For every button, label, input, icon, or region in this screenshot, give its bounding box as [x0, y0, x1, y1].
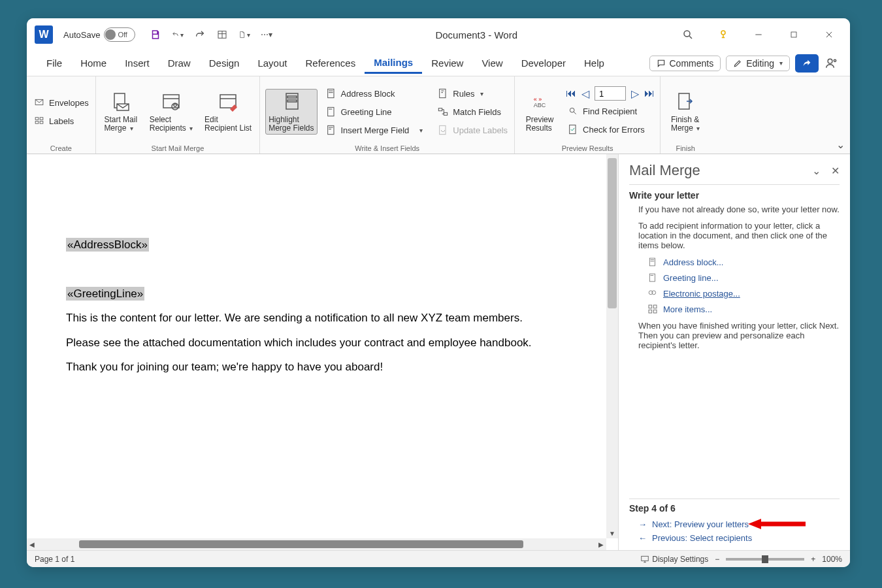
- greeting-line-button[interactable]: Greeting Line: [324, 104, 425, 120]
- maximize-button[interactable]: [786, 27, 802, 42]
- svg-rect-46: [649, 258, 655, 266]
- editing-mode-button[interactable]: Editing ▾: [726, 56, 790, 71]
- document-viewport[interactable]: «AddressBlock» «GreetingLine» This is th…: [27, 154, 606, 538]
- account-icon[interactable]: [824, 56, 840, 71]
- zoom-level[interactable]: 100%: [822, 555, 842, 564]
- tab-developer[interactable]: Developer: [512, 54, 575, 73]
- update-icon: [437, 124, 449, 136]
- tab-mailings[interactable]: Mailings: [365, 53, 422, 74]
- more-commands-icon[interactable]: ⋯▾: [261, 29, 272, 41]
- greeting-line-field[interactable]: «GreetingLine»: [66, 287, 144, 301]
- svg-point-3: [684, 31, 690, 37]
- check-icon: [567, 123, 579, 135]
- autosave-toggle[interactable]: Off: [104, 27, 135, 42]
- redo-icon[interactable]: [194, 29, 206, 41]
- status-bar: Page 1 of 1 Display Settings − + 100%: [27, 550, 850, 567]
- vertical-scrollbar[interactable]: ▲ ▼: [606, 154, 618, 538]
- tab-view[interactable]: View: [472, 54, 512, 73]
- link-address-block[interactable]: Address block...: [647, 257, 840, 267]
- save-icon[interactable]: [150, 29, 161, 41]
- svg-rect-33: [327, 107, 333, 116]
- svg-rect-49: [649, 274, 655, 282]
- link-greeting-line[interactable]: Greeting line...: [647, 272, 840, 283]
- first-record-button[interactable]: ⏮: [566, 88, 576, 99]
- zoom-in-button[interactable]: +: [811, 555, 815, 564]
- comments-button[interactable]: Comments: [649, 56, 721, 71]
- display-settings-button[interactable]: Display Settings: [640, 555, 708, 564]
- zoom-out-button[interactable]: −: [715, 555, 719, 564]
- find-recipient-button[interactable]: Find Recipient: [566, 103, 655, 119]
- svg-rect-30: [327, 89, 333, 97]
- tab-layout[interactable]: Layout: [248, 54, 296, 73]
- link-electronic-postage[interactable]: Electronic postage...: [647, 288, 840, 299]
- paragraph-2[interactable]: Please see the attached documentation wh…: [66, 331, 570, 355]
- document-icon[interactable]: ▾: [238, 29, 250, 41]
- page-icon: [647, 272, 658, 283]
- previous-step-link[interactable]: ← Previous: Select recipients: [629, 531, 840, 545]
- tab-help[interactable]: Help: [575, 54, 613, 73]
- annotation-arrow: [748, 517, 807, 531]
- last-record-button[interactable]: ⏭: [644, 88, 655, 99]
- envelope-icon: [33, 97, 45, 108]
- close-button[interactable]: [821, 27, 837, 42]
- search-icon[interactable]: [680, 27, 696, 42]
- zoom-slider[interactable]: [726, 558, 804, 561]
- document-page[interactable]: «AddressBlock» «GreetingLine» This is th…: [27, 154, 606, 538]
- address-block-button[interactable]: Address Block: [324, 86, 425, 101]
- select-recipients-button[interactable]: SelectRecipients ▾: [147, 90, 195, 134]
- svg-point-5: [721, 31, 725, 35]
- label-grid-icon: [33, 115, 45, 127]
- tab-references[interactable]: References: [296, 54, 365, 73]
- check-errors-button[interactable]: Check for Errors: [566, 122, 655, 137]
- rules-button[interactable]: Rules▾: [436, 86, 509, 101]
- tab-review[interactable]: Review: [422, 54, 472, 73]
- taskpane-dropdown-icon[interactable]: ⌄: [812, 165, 821, 177]
- envelopes-button[interactable]: Envelopes: [32, 95, 90, 110]
- svg-rect-44: [570, 125, 576, 133]
- collapse-ribbon-button[interactable]: ⌄: [836, 139, 845, 151]
- word-app-icon: W: [35, 25, 53, 44]
- tab-design[interactable]: Design: [200, 54, 249, 73]
- start-mail-merge-button[interactable]: Start MailMerge ▾: [101, 90, 140, 134]
- tab-home[interactable]: Home: [71, 54, 116, 73]
- svg-line-4: [689, 36, 692, 39]
- svg-point-12: [828, 59, 832, 63]
- help-icon[interactable]: [715, 27, 731, 42]
- highlight-merge-fields-button[interactable]: HighlightMerge Fields: [265, 89, 317, 135]
- insert-merge-field-button[interactable]: Insert Merge Field ▾: [324, 122, 425, 138]
- address-block-field[interactable]: «AddressBlock»: [66, 238, 149, 252]
- scroll-left-arrow[interactable]: ◀: [27, 538, 37, 550]
- table-icon[interactable]: [216, 29, 228, 41]
- mail-merge-taskpane: Mail Merge ⌄ ✕ Write your letter If you …: [618, 154, 850, 550]
- prev-record-button[interactable]: ◁: [581, 88, 589, 100]
- finish-merge-button[interactable]: Finish &Merge ▾: [666, 90, 705, 134]
- share-button[interactable]: [795, 54, 819, 73]
- tab-file[interactable]: File: [37, 54, 71, 73]
- find-icon: [567, 105, 579, 117]
- vscroll-thumb[interactable]: [608, 158, 617, 308]
- taskpane-close-button[interactable]: ✕: [831, 165, 840, 177]
- tab-draw[interactable]: Draw: [159, 54, 200, 73]
- paragraph-3[interactable]: Thank you for joining our team; we're ha…: [66, 355, 570, 379]
- next-step-link[interactable]: → Next: Preview your letters: [629, 517, 840, 531]
- hscroll-thumb[interactable]: [79, 540, 523, 548]
- tab-insert[interactable]: Insert: [116, 54, 159, 73]
- horizontal-scrollbar[interactable]: ◀ ▶: [27, 538, 606, 550]
- svg-rect-9: [791, 32, 796, 37]
- match-fields-button[interactable]: Match Fields: [436, 104, 509, 120]
- scroll-right-arrow[interactable]: ▶: [596, 538, 606, 550]
- autosave-label: AutoSave: [63, 30, 100, 40]
- paragraph-1[interactable]: This is the content for our letter. We a…: [66, 306, 570, 330]
- page-indicator[interactable]: Page 1 of 1: [35, 555, 74, 564]
- update-labels-button: Update Labels: [436, 122, 509, 138]
- link-more-items[interactable]: More items...: [647, 304, 840, 314]
- edit-recipient-list-button[interactable]: EditRecipient List: [202, 90, 254, 134]
- scroll-down-arrow[interactable]: ▼: [606, 528, 618, 538]
- record-number-input[interactable]: [595, 86, 626, 101]
- preview-results-button[interactable]: « »ABC PreviewResults: [520, 90, 559, 134]
- minimize-button[interactable]: [751, 27, 766, 42]
- undo-icon[interactable]: ▾: [172, 29, 184, 41]
- next-record-button[interactable]: ▷: [631, 88, 639, 100]
- svg-rect-53: [649, 305, 652, 308]
- labels-button[interactable]: Labels: [32, 113, 90, 129]
